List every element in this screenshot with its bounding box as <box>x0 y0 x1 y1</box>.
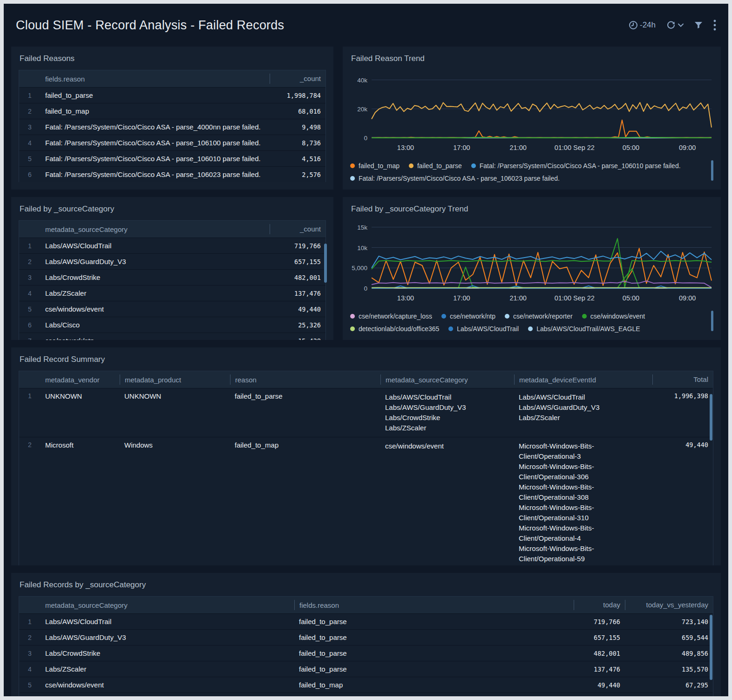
table-row[interactable]: 4Fatal: /Parsers/System/Cisco/Cisco ASA … <box>19 135 325 150</box>
col-header: fields.reason <box>294 600 574 610</box>
row-index: 5 <box>19 681 41 689</box>
legend-item[interactable]: failed_to_map <box>350 162 400 170</box>
cell-count: 25,326 <box>270 321 325 329</box>
table-row[interactable]: 4Labs/ZScaler137,476 <box>19 285 325 301</box>
cell-device-event-ids: Labs/AWS/CloudTrailLabs/AWS/GuardDuty_V3… <box>514 392 619 423</box>
legend-item[interactable]: cse/network/capture_loss <box>350 313 432 320</box>
cell-count: 68,016 <box>270 108 325 115</box>
table-scrollbar[interactable] <box>710 394 712 441</box>
series-line <box>372 281 712 287</box>
row-index: 6 <box>19 321 41 329</box>
row-index: 4 <box>19 666 41 673</box>
table-row[interactable]: 7cse/network/ntp15,428 <box>19 333 325 340</box>
svg-text:15k: 15k <box>357 224 367 231</box>
legend-item[interactable]: cse/windows/event <box>582 313 645 320</box>
row-index: 3 <box>19 123 41 131</box>
panel-failed-by-sourcecategory-trend: Failed by _sourceCategory Trend 05,00010… <box>343 197 721 340</box>
failed-reason-trend-chart[interactable]: 020k40k13:0017:0021:0001:00 Sep 2205:000… <box>350 70 713 156</box>
legend-item[interactable]: Labs/AWS/CloudTrail/AWS_EAGLE <box>528 325 640 333</box>
row-index: 2 <box>19 258 41 265</box>
legend-item[interactable]: detectionlab/cloud/office365 <box>350 325 439 333</box>
cell-count: 719,766 <box>270 242 325 250</box>
cell-total: 49,440 <box>652 441 713 449</box>
svg-text:13:00: 13:00 <box>397 144 414 151</box>
cell-label: Fatal: /Parsers/System/Cisco/Cisco ASA -… <box>41 170 270 178</box>
table-row[interactable]: 6cse/network/ntpfailed_to_map15,42816,96… <box>19 693 713 696</box>
cell-count: 137,476 <box>270 290 325 297</box>
cell-today: 137,476 <box>574 666 625 673</box>
svg-text:17:00: 17:00 <box>453 294 470 302</box>
cell-today-vs-yesterday: 659,544 <box>625 634 713 641</box>
filter-control[interactable] <box>694 20 703 30</box>
legend-row: Fatal: /Parsers/System/Cisco/Cisco ASA -… <box>350 172 713 184</box>
table-row[interactable]: 6Fatal: /Parsers/System/Cisco/Cisco ASA … <box>19 166 325 182</box>
kebab-menu-icon[interactable] <box>713 20 716 31</box>
series-line <box>372 248 712 286</box>
legend-item[interactable]: cse/network/ntp <box>441 313 495 320</box>
time-range-control[interactable]: -24h <box>629 20 656 30</box>
table-row[interactable]: 1UNKNOWNUNKNOWNfailed_to_parseLabs/AWS/C… <box>19 388 713 437</box>
device-event-id: Microsoft-Windows-Bits-Client/Operationa… <box>519 482 614 503</box>
table-row[interactable]: 1Labs/AWS/CloudTrailfailed_to_parse719,7… <box>19 613 713 629</box>
table-row[interactable]: 4Labs/ZScalerfailed_to_parse137,476135,5… <box>19 661 713 677</box>
table-row[interactable]: 3Labs/CrowdStrikefailed_to_parse482,0014… <box>19 645 713 661</box>
table-row[interactable]: 3Fatal: /Parsers/System/Cisco/Cisco ASA … <box>19 119 325 135</box>
cell-device-event-ids: Microsoft-Windows-Bits-Client/Operationa… <box>514 441 619 564</box>
row-index: 1 <box>19 618 41 625</box>
table-scrollbar[interactable] <box>324 244 327 283</box>
legend-scrollbar[interactable] <box>711 160 713 181</box>
legend-item[interactable]: Labs/AWS/CloudTrail <box>448 325 519 333</box>
cell-category: Labs/CrowdStrike <box>41 649 294 657</box>
trend-chart-canvas[interactable]: 020k40k13:0017:0021:0001:00 Sep 2205:000… <box>350 70 713 156</box>
legend-label: Labs/AWS/CloudTrail <box>457 325 519 333</box>
table-row[interactable]: 5cse/windows/event49,440 <box>19 301 325 317</box>
series-line <box>372 102 712 128</box>
cell-label: cse/network/ntp <box>41 337 270 340</box>
col-header: metadata_deviceEventId <box>514 374 652 385</box>
table-row[interactable]: 1Labs/AWS/CloudTrail719,766 <box>19 238 325 253</box>
table-row[interactable]: 1failed_to_parse1,998,784 <box>19 87 325 103</box>
legend-label: cse/network/reporter <box>513 313 573 320</box>
legend-label: cse/network/ntp <box>450 313 495 320</box>
table-row[interactable]: 2Labs/AWS/GuardDuty_V3failed_to_parse657… <box>19 629 713 645</box>
table-row[interactable]: 5cse/windows/eventfailed_to_map49,44067,… <box>19 677 713 693</box>
table-row[interactable]: 2failed_to_map68,016 <box>19 103 325 119</box>
row-index: 3 <box>19 274 41 281</box>
legend-row <box>350 184 713 188</box>
table-row[interactable]: 2MicrosoftWindowsfailed_to_mapcse/window… <box>19 437 713 565</box>
row-index: 4 <box>19 290 41 297</box>
legend-item[interactable]: cse/network/reporter <box>505 313 573 320</box>
col-header: metadata_sourceCategory <box>41 601 294 609</box>
cell-label: Labs/AWS/CloudTrail <box>41 242 270 250</box>
col-header: _count <box>270 74 325 84</box>
col-header: today <box>574 600 625 610</box>
cell-count: 15,428 <box>270 337 325 340</box>
cell-count: 482,001 <box>270 274 325 281</box>
device-event-id: Microsoft-Windows-Bits-Client/Operationa… <box>519 441 614 462</box>
table-scrollbar[interactable] <box>710 615 712 680</box>
panel-title: Failed by _sourceCategory Trend <box>351 204 713 214</box>
svg-text:01:00 Sep 22: 01:00 Sep 22 <box>555 144 595 151</box>
legend-scrollbar[interactable] <box>711 311 713 331</box>
trend-chart-canvas[interactable]: 05,00010k15k13:0017:0021:0001:00 Sep 220… <box>350 220 713 307</box>
legend-item[interactable]: Fatal: /Parsers/System/Cisco/Cisco ASA -… <box>471 162 681 170</box>
legend-row: cse/network/capture_losscse/network/ntpc… <box>350 310 713 322</box>
failed-records-by-sourcecategory-table: metadata_sourceCategoryfields.reasontoda… <box>19 596 713 696</box>
panel-title: Failed Records by _sourceCategory <box>20 580 713 590</box>
legend-label: failed_to_map <box>359 162 400 170</box>
table-row[interactable]: 2Labs/AWS/GuardDuty_V3657,155 <box>19 253 325 269</box>
legend-item[interactable]: failed_to_parse <box>409 162 462 170</box>
legend-label: cse/windows/event <box>590 313 645 320</box>
refresh-control[interactable] <box>666 20 684 30</box>
cell-product: Windows <box>120 441 230 449</box>
source-category: Labs/AWS/GuardDuty_V3 <box>385 402 509 413</box>
row-index: 1 <box>19 242 41 250</box>
table-header-row: metadata_sourceCategory_count <box>19 221 325 238</box>
table-header-row: fields.reason_count <box>19 70 325 87</box>
legend-item[interactable]: Fatal: /Parsers/System/Cisco/Cisco ASA -… <box>350 175 560 182</box>
table-row[interactable]: 6Labs/Cisco25,326 <box>19 317 325 333</box>
failed-by-sourcecategory-trend-chart[interactable]: 05,00010k15k13:0017:0021:0001:00 Sep 220… <box>350 220 713 307</box>
table-row[interactable]: 5Fatal: /Parsers/System/Cisco/Cisco ASA … <box>19 150 325 166</box>
legend-dot <box>448 326 453 331</box>
table-row[interactable]: 3Labs/CrowdStrike482,001 <box>19 269 325 285</box>
